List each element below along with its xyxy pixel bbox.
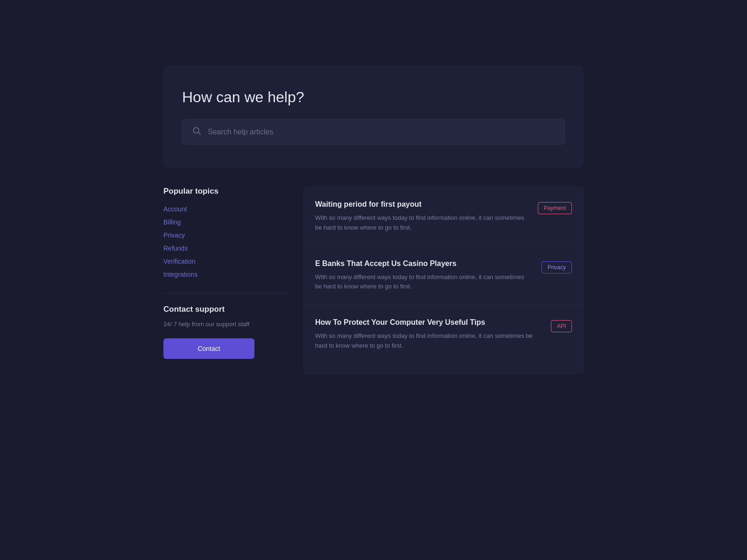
topic-verification[interactable]: Verification <box>163 258 289 265</box>
contact-support-section: Contact support 24/ 7 help from our supp… <box>163 305 289 359</box>
article-title: How To Protect Your Computer Very Useful… <box>315 318 542 327</box>
article-content: E Banks That Accept Us Casino Players Wi… <box>315 259 542 292</box>
article-badge-api: API <box>551 320 572 332</box>
article-title: Waiting period for first payout <box>315 200 529 209</box>
sidebar: Popular topics Account Billing Privacy R… <box>163 187 303 374</box>
article-badge-privacy: Privacy <box>542 261 572 273</box>
article-description: With so many different ways today to fin… <box>315 331 542 351</box>
hero-section: How can we help? <box>163 65 584 168</box>
content-area: Popular topics Account Billing Privacy R… <box>163 187 584 374</box>
contact-description: 24/ 7 help from our support staff <box>163 320 289 329</box>
article-description: With so many different ways today to fin… <box>315 213 529 233</box>
article-content: How To Protect Your Computer Very Useful… <box>315 318 551 351</box>
article-content: Waiting period for first payout With so … <box>315 200 538 233</box>
search-input[interactable] <box>208 128 555 136</box>
contact-support-title: Contact support <box>163 305 289 314</box>
popular-topics-title: Popular topics <box>163 187 289 196</box>
svg-line-1 <box>198 133 201 135</box>
article-card[interactable]: How To Protect Your Computer Very Useful… <box>304 305 583 364</box>
articles-section: Waiting period for first payout With so … <box>303 187 584 374</box>
article-card[interactable]: E Banks That Accept Us Casino Players Wi… <box>304 246 583 306</box>
sidebar-divider <box>163 293 289 294</box>
topic-list: Account Billing Privacy Refunds Verifica… <box>163 205 289 278</box>
topic-billing[interactable]: Billing <box>163 218 289 226</box>
popular-topics-section: Popular topics Account Billing Privacy R… <box>163 187 289 278</box>
article-card[interactable]: Waiting period for first payout With so … <box>304 187 583 246</box>
contact-button[interactable]: Contact <box>163 338 254 359</box>
topic-privacy[interactable]: Privacy <box>163 231 289 239</box>
article-badge-payment: Payment <box>538 202 572 214</box>
search-icon <box>192 126 201 138</box>
article-description: With so many different ways today to fin… <box>315 273 532 292</box>
hero-title: How can we help? <box>182 89 565 106</box>
article-title: E Banks That Accept Us Casino Players <box>315 259 532 268</box>
search-wrapper <box>182 119 565 145</box>
topic-account[interactable]: Account <box>163 205 289 213</box>
topic-refunds[interactable]: Refunds <box>163 245 289 252</box>
main-container: How can we help? Popular topics Account … <box>163 65 584 374</box>
topic-integrations[interactable]: Integrations <box>163 271 289 278</box>
